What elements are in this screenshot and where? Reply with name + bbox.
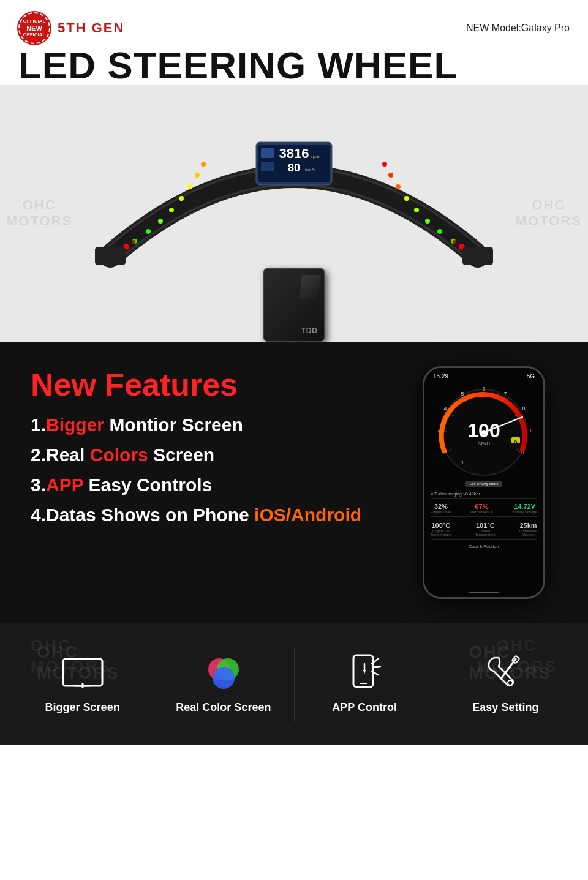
header-row: OFFICIALNEWOFFICIAL 5TH GEN NEW Model:Ga… xyxy=(18,12,570,44)
engine-load-value: 32% xyxy=(431,503,451,510)
new-badge: OFFICIALNEWOFFICIAL xyxy=(18,12,50,44)
svg-text:9: 9 xyxy=(528,427,531,434)
bigger-screen-label: Bigger Screen xyxy=(45,701,120,715)
svg-text:1: 1 xyxy=(461,459,464,465)
svg-point-4 xyxy=(179,196,184,201)
phone-svg xyxy=(346,653,383,693)
stat-oil: 67% Remained Oil xyxy=(470,503,492,514)
stats-row-2: 100°C Engine OilTemperature 101°C WaterT… xyxy=(431,522,537,540)
svg-point-5 xyxy=(187,184,192,189)
stat-engine-load: 32% Engine Load xyxy=(431,503,451,514)
svg-point-55 xyxy=(481,430,486,435)
svg-rect-64 xyxy=(353,655,373,687)
icon-col-easy-setting: Easy Setting xyxy=(435,648,576,721)
data-position: Data & Position xyxy=(431,544,537,549)
gen-label: 5TH GEN xyxy=(58,20,124,36)
easy-setting-label: Easy Setting xyxy=(472,701,538,715)
feature-1-rest: Montior Screen xyxy=(104,415,243,435)
icon-col-real-color: Real Color Screen xyxy=(153,648,294,721)
product-image-area: OHCMOTORS OHCMOTORS xyxy=(0,85,588,342)
svg-text:8: 8 xyxy=(522,405,525,412)
oil-label: Remained Oil xyxy=(470,510,492,514)
battery-value: 14.72V xyxy=(512,503,537,510)
watermark-icons-left: OHCMOTORS xyxy=(31,636,111,677)
feature-2-rest: Screen xyxy=(148,445,214,465)
feature-1-number: 1. xyxy=(31,415,46,435)
svg-point-70 xyxy=(508,680,513,685)
svg-point-6 xyxy=(195,173,200,178)
svg-text:80: 80 xyxy=(288,162,300,174)
water-temp-value: 101°C xyxy=(475,522,496,529)
svg-text:KM/H: KM/H xyxy=(478,440,490,446)
svg-point-9 xyxy=(437,229,442,234)
svg-text:7: 7 xyxy=(503,391,507,397)
engine-temp-label: Engine OilTemperature xyxy=(431,529,451,536)
svg-rect-72 xyxy=(512,655,520,663)
model-label: NEW Model:Galaxy Pro xyxy=(466,23,570,34)
brand-left: OFFICIALNEWOFFICIAL 5TH GEN xyxy=(18,12,124,44)
feature-item-3: 3.APP Easy Controls xyxy=(31,473,410,497)
color-svg xyxy=(202,654,245,691)
real-color-label: Real Color Screen xyxy=(176,701,271,715)
phone-gauge: 6 7 8 9 5 4 3 2 9 1 xyxy=(424,381,543,481)
svg-point-1 xyxy=(146,229,151,234)
svg-text:A: A xyxy=(514,438,518,444)
svg-point-3 xyxy=(169,208,174,212)
water-temp-label: WaterTemperature xyxy=(475,529,496,536)
stat-water-temp: 101°C WaterTemperature xyxy=(475,522,496,536)
top-section: OFFICIALNEWOFFICIAL 5TH GEN NEW Model:Ga… xyxy=(0,0,588,85)
svg-text:4: 4 xyxy=(443,405,447,412)
svg-point-21 xyxy=(453,240,456,244)
stat-engine-temp: 100°C Engine OilTemperature xyxy=(431,522,451,536)
phone-signal: 5G xyxy=(527,373,535,380)
feature-3-number: 3. xyxy=(31,475,46,495)
phone-info: ≡ Turbocharging :-0.42bar 32% Engine Loa… xyxy=(424,489,543,590)
feature-1-highlight: Bigger xyxy=(46,415,104,435)
svg-point-63 xyxy=(213,667,235,689)
features-phone: 15:29 5G xyxy=(423,366,557,599)
turbo-row: ≡ Turbocharging :-0.42bar xyxy=(431,492,537,499)
feature-3-rest: Easy Controls xyxy=(83,475,212,495)
svg-rect-30 xyxy=(95,247,126,265)
svg-point-7 xyxy=(201,162,206,167)
page-title: LED STEERING WHEEL xyxy=(18,47,570,85)
svg-point-2 xyxy=(158,219,163,224)
feature-item-2: 2.Real Colors Screen xyxy=(31,443,410,467)
svg-rect-29 xyxy=(261,162,274,171)
icon-col-app-control: APP Control xyxy=(295,648,435,721)
gauge-svg: 6 7 8 9 5 4 3 2 9 1 xyxy=(432,383,536,478)
phone-time: 15:29 xyxy=(433,373,448,380)
svg-line-71 xyxy=(501,659,516,679)
svg-text:km/h: km/h xyxy=(305,167,315,173)
icons-section: OHCMOTORS OHCMOTORS Bigger Screen Real C… xyxy=(0,623,588,745)
screen-svg xyxy=(61,656,105,688)
svg-line-67 xyxy=(373,666,380,668)
svg-point-12 xyxy=(404,196,409,201)
feature-item-1: 1.Bigger Montior Screen xyxy=(31,413,410,437)
engine-temp-value: 100°C xyxy=(431,522,451,529)
feature-2-prefix: 2.Real xyxy=(31,445,90,465)
svg-point-14 xyxy=(388,173,393,178)
exit-btn: Exit Driving Mode xyxy=(466,481,502,487)
svg-point-13 xyxy=(396,184,401,189)
feature-2-highlight: Colors xyxy=(90,445,148,465)
tdd-logo: TDD xyxy=(301,326,318,335)
svg-rect-28 xyxy=(261,148,274,158)
svg-point-11 xyxy=(414,208,419,212)
svg-point-10 xyxy=(425,219,430,224)
features-inner: New Features 1.Bigger Montior Screen 2.R… xyxy=(31,366,557,599)
svg-rect-58 xyxy=(63,659,102,686)
engine-load-label: Engine Load xyxy=(431,510,451,514)
phone-big-mockup: 15:29 5G xyxy=(423,366,545,599)
mileage-label: EnduranceMileage xyxy=(519,529,537,536)
watermark-left: OHCMOTORS xyxy=(6,197,72,230)
bigger-screen-icon xyxy=(58,654,107,691)
steering-wheel-area: 3816 rpm 80 km/h TDD xyxy=(86,134,502,329)
stat-mileage: 25km EnduranceMileage xyxy=(519,522,537,536)
feature-4-prefix: 4.Datas Shows on Phone xyxy=(31,505,254,525)
oil-value: 67% xyxy=(470,503,492,510)
phone-statusbar: 15:29 5G xyxy=(424,368,543,381)
app-control-icon xyxy=(340,654,389,691)
real-color-icon xyxy=(199,654,248,691)
svg-text:rpm: rpm xyxy=(311,154,320,159)
